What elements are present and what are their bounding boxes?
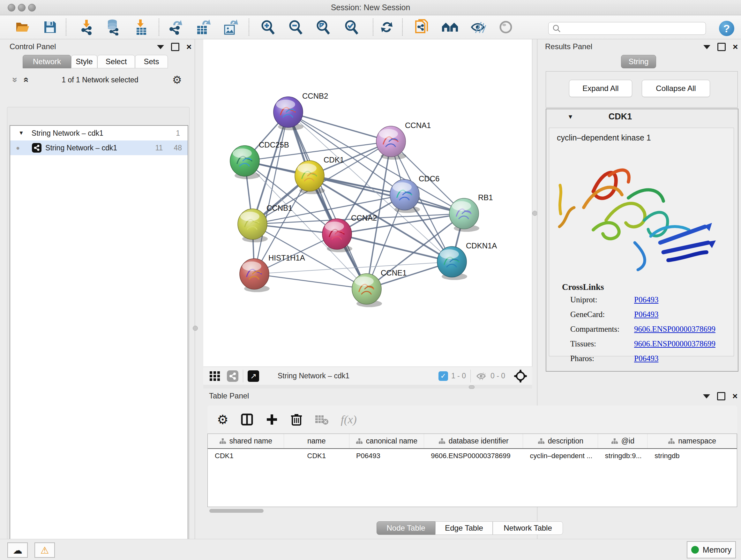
save-session-button[interactable] [41,18,59,37]
crosslink-row: GeneCard:P06493 [570,310,734,319]
tab-network-table[interactable]: Network Table [493,521,563,535]
crosslink-link[interactable]: P06493 [634,310,658,319]
horizontal-splitter-handle[interactable] [469,385,475,389]
hscrollbar-thumb[interactable] [209,509,264,513]
float-panel-icon[interactable] [717,392,725,400]
toggle-view-button[interactable] [496,18,515,37]
crosslink-link[interactable]: P06493 [634,354,658,363]
toolbar-separator [66,18,66,36]
left-splitter-handle[interactable] [193,326,198,331]
clone-network-button[interactable] [413,18,431,37]
open-folder-icon [15,21,30,34]
export-image-button[interactable] [221,18,240,37]
crosslink-link[interactable]: P06493 [634,295,658,304]
edge-CCNB2-HIST1H1A[interactable] [254,112,288,274]
edge-CCNB2-CCNA1[interactable] [288,112,391,141]
tab-edge-table[interactable]: Edge Table [435,521,493,535]
close-panel-icon[interactable]: × [186,44,192,50]
crosslink-link[interactable]: 9606.ENSP00000378699 [634,339,716,348]
search-input[interactable] [561,24,699,33]
column-header-name[interactable]: name [284,434,349,448]
export-network-icon [167,19,184,36]
expand-all-button[interactable]: Expand All [569,80,632,97]
result-card-header[interactable]: ▼ CDK1 [546,112,738,122]
column-header-description[interactable]: description [523,434,598,448]
card-expander-icon[interactable]: ▼ [567,113,574,120]
node-CDC25B[interactable]: CDC25B [230,140,289,179]
zoom-out-button[interactable] [286,18,305,37]
shared-column-icon [439,438,446,444]
zoom-fit-button[interactable] [314,18,332,37]
search-field[interactable] [548,22,706,35]
import-database-button[interactable] [104,18,123,37]
network-row[interactable]: ● String Network – cdk1 11 48 [10,140,188,155]
table-row[interactable]: CDK1CDK1P064939606.ENSP00000378699cyclin… [208,449,737,463]
import-network-button[interactable] [77,18,96,37]
node-CDC6[interactable]: CDC6 [390,174,440,213]
node-RB1[interactable]: RB1 [449,193,493,232]
columns-icon[interactable] [241,413,253,426]
table-hscrollbar[interactable] [209,509,733,513]
tab-select[interactable]: Select [97,55,135,68]
float-panel-icon[interactable] [718,43,726,51]
show-all-button[interactable] [441,18,460,37]
import-table-button[interactable] [132,18,151,37]
protein-detail-card: cyclin–dependent kinase 1 [549,128,734,356]
column-header-canonical-name[interactable]: canonical name [349,434,424,448]
cloud-status-button[interactable]: ☁ [7,543,28,558]
tab-string[interactable]: String [621,55,656,68]
column-header-database-identifier[interactable]: database identifier [424,434,523,448]
network-canvas[interactable]: CCNB2CCNA1CDC25BCDK1CDC6RB1CCNB1CCNA2CDK… [203,39,532,367]
panel-menu-icon[interactable] [157,45,164,49]
cell-shared-name: CDK1 [208,449,284,463]
network-options-gear-icon[interactable]: ⚙ [172,73,182,86]
horizontal-splitter[interactable] [203,385,532,388]
grid-view-icon[interactable] [209,371,221,381]
selected-checkbox[interactable]: ✓ [439,371,448,381]
column-header-namespace[interactable]: namespace [648,434,737,448]
refresh-button[interactable] [378,18,396,37]
float-panel-icon[interactable] [171,43,179,51]
node-label-CCNA1: CCNA1 [405,121,431,130]
help-button[interactable]: ? [719,21,734,36]
expand-all-networks-icon[interactable]: » [20,77,30,83]
tab-style[interactable]: Style [71,55,97,68]
panel-menu-icon[interactable] [703,45,711,49]
export-network-button[interactable] [166,18,185,37]
close-panel-icon[interactable]: × [732,393,738,399]
zoom-in-button[interactable] [259,18,277,37]
document-network-icon [414,18,429,36]
add-column-icon[interactable] [266,413,278,426]
collection-expander-icon[interactable]: ▼ [18,130,24,136]
hide-selected-button[interactable] [469,18,488,37]
collapse-all-networks-icon[interactable]: » [10,77,21,83]
delete-column-trash-icon[interactable] [290,413,302,426]
right-splitter-handle[interactable] [532,211,537,216]
detach-view-icon[interactable]: ↗ [248,370,259,382]
export-image-icon [223,19,239,36]
node-table: shared namenamecanonical namedatabase id… [207,434,737,507]
open-session-button[interactable] [13,18,32,37]
birdseye-crosshair-icon[interactable] [514,369,528,383]
node-CDKN1A[interactable]: CDKN1A [437,241,497,280]
table-settings-gear-icon[interactable]: ⚙ [217,412,228,427]
collapse-all-button[interactable]: Collapse All [642,80,710,97]
edge-HIST1H1A-CCNE1[interactable] [254,274,367,289]
tab-node-table[interactable]: Node Table [377,521,435,535]
network-view-icon[interactable] [227,370,239,382]
export-table-button[interactable] [194,18,212,37]
node-CCNB2[interactable]: CCNB2 [273,91,328,130]
memory-button[interactable]: Memory [687,541,736,558]
column-header-shared-name[interactable]: shared name [208,434,284,448]
zoom-selected-button[interactable] [342,18,360,37]
edge-CCNB2-CCNE1[interactable] [288,112,367,289]
crosslink-link[interactable]: 9606.ENSP00000378699 [634,325,716,334]
network-collection-row[interactable]: ▼ String Network – cdk1 1 [10,126,188,140]
tab-sets[interactable]: Sets [135,55,168,68]
tab-network[interactable]: Network [23,55,71,68]
node-CDK1[interactable]: CDK1 [295,155,344,194]
column-header-@id[interactable]: @id [598,434,648,448]
panel-menu-icon[interactable] [703,394,710,398]
close-panel-icon[interactable]: × [733,44,738,50]
warnings-button[interactable]: ⚠ [35,543,55,558]
